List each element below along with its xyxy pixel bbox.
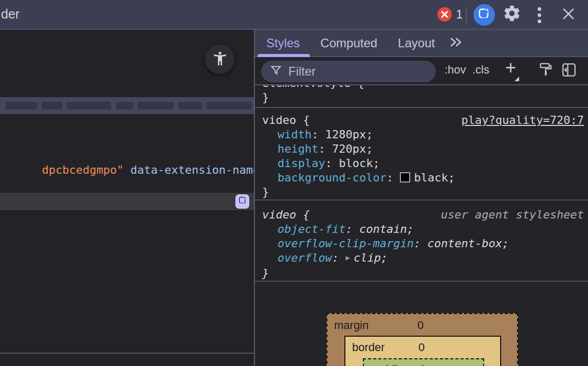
filter-input[interactable]: [288, 64, 422, 79]
css-declaration-display[interactable]: display: block;: [255, 156, 588, 171]
color-swatch[interactable]: [400, 172, 410, 182]
ask-ai-chip-button[interactable]: [235, 194, 249, 209]
rule-close-brace: }: [255, 266, 588, 281]
console-error-badge[interactable]: 1: [437, 7, 463, 22]
style-filter[interactable]: [261, 61, 436, 82]
rule-selector[interactable]: element.style {: [262, 85, 588, 90]
box-model-margin-box[interactable]: margin 0 border 0 padding 0: [326, 313, 518, 366]
css-declaration-width[interactable]: width: 1280px;: [255, 127, 588, 142]
stylesheet-source-link[interactable]: play?quality=720:7: [462, 113, 584, 127]
rule-selector[interactable]: video {: [262, 113, 310, 127]
tab-computed[interactable]: Computed: [320, 30, 377, 56]
styles-sidebar: Styles Computed Layout :hov: [255, 30, 588, 366]
more-menu-icon: [538, 7, 541, 11]
main-panel-tab-label-fragment[interactable]: der: [1, 7, 20, 22]
rule-selector[interactable]: video {: [262, 208, 310, 222]
devtools-window: der 1: [0, 0, 588, 366]
hovered-dom-node-row[interactable]: [0, 193, 254, 210]
box-model-border-box[interactable]: border 0 padding 0: [344, 336, 501, 366]
sidebar-toggle-icon: [562, 63, 576, 79]
css-declaration-object-fit[interactable]: object-fit: contain;: [255, 222, 588, 236]
selected-dom-node-row[interactable]: [0, 97, 254, 114]
box-model-margin-value[interactable]: 0: [417, 318, 424, 333]
box-model-padding-box[interactable]: padding 0: [363, 358, 484, 366]
filter-icon: [270, 64, 282, 79]
rendering-emulations-button[interactable]: [537, 62, 555, 80]
box-model-margin-label: margin: [334, 319, 369, 332]
attribute-name: data-extension-name=: [123, 163, 254, 176]
stylesheet-source-label: user agent stylesheet: [441, 208, 584, 222]
dom-node-attribute-row[interactable]: dpcbcedgmpo" data-extension-name="Vol: [1, 147, 254, 162]
attribute-value-fragment: dpcbcedgmpo": [42, 163, 123, 176]
css-declaration-background-color[interactable]: background-color: black;: [255, 171, 588, 185]
settings-icon: [503, 4, 521, 25]
close-devtools-button[interactable]: [558, 5, 579, 25]
ai-assistance-icon: [477, 7, 491, 23]
toolbar-divider: [466, 7, 467, 23]
error-icon: [437, 7, 452, 22]
new-style-rule-button[interactable]: +: [505, 57, 516, 79]
css-declaration-height[interactable]: height: 720px;: [255, 142, 588, 156]
error-count: 1: [456, 7, 463, 22]
more-tabs-icon: [449, 35, 463, 51]
css-declaration-overflow[interactable]: overflow: ▶clip;: [255, 251, 588, 266]
rule-close-brace: }: [255, 185, 588, 199]
new-style-rule-caret-icon: [514, 77, 519, 81]
rule-element-style[interactable]: element.style { }: [255, 85, 588, 108]
customize-menu-button[interactable]: [534, 6, 545, 24]
tab-layout[interactable]: Layout: [398, 30, 435, 56]
accessibility-icon: [212, 50, 228, 69]
ai-assistance-button[interactable]: [473, 4, 495, 26]
box-model-padding-value[interactable]: 0: [419, 362, 426, 366]
toggle-element-state-button[interactable]: :hov: [445, 63, 466, 77]
box-model-border-label: border: [352, 341, 385, 354]
rule-video-user-agent[interactable]: video { user agent stylesheet object-fit…: [255, 200, 588, 282]
ai-assistance-icon: [238, 196, 247, 207]
element-classes-button[interactable]: .cls: [472, 63, 489, 77]
rule-close-brace: }: [262, 90, 588, 105]
close-icon: [561, 6, 576, 24]
devtools-main-toolbar: der 1: [0, 0, 588, 30]
box-model-border-value[interactable]: 0: [418, 340, 425, 355]
more-tabs-button[interactable]: [449, 35, 463, 51]
box-model-padding-label: padding: [370, 363, 410, 366]
sidebar-toggle-button[interactable]: [560, 62, 578, 80]
expand-arrow-icon[interactable]: ▶: [345, 250, 350, 265]
styles-toolbar: :hov .cls +: [255, 57, 588, 85]
obscured-text: [5, 102, 37, 109]
elements-panel: dpcbcedgmpo" data-extension-name="Vol: [0, 30, 254, 366]
sidebar-tab-bar: Styles Computed Layout: [255, 30, 588, 57]
settings-button[interactable]: [502, 4, 522, 25]
tab-styles[interactable]: Styles: [266, 30, 300, 56]
rendering-icon: [539, 62, 553, 80]
elements-panel-divider: [0, 353, 254, 354]
css-declaration-overflow-clip-margin[interactable]: overflow-clip-margin: content-box;: [255, 236, 588, 251]
styles-cascade-view: element.style { } video { play?quality=7…: [255, 85, 588, 366]
rule-video[interactable]: video { play?quality=720:7 width: 1280px…: [255, 108, 588, 200]
accessibility-button[interactable]: [205, 45, 234, 74]
